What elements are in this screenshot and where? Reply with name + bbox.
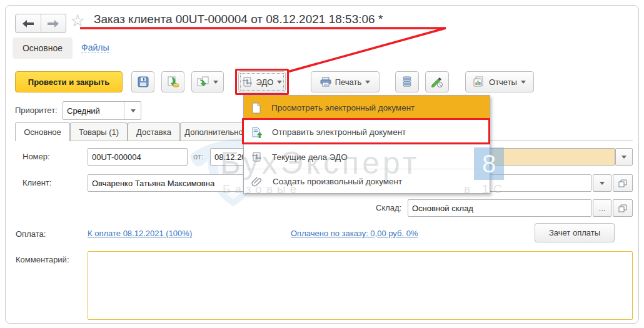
comment-textarea[interactable] — [88, 251, 633, 320]
form-tab-goods[interactable]: Товары (1) — [70, 122, 128, 141]
create-based-on-button[interactable] — [191, 71, 224, 92]
create-based-on-caret-icon — [213, 81, 218, 84]
menu-item-view-electronic-document[interactable]: Просмотреть электронный документ — [244, 96, 490, 120]
order-window: ☆ Заказ клиента 00UT-000004 от 08.12.202… — [0, 0, 644, 328]
form-tab-additional[interactable]: Дополнительно — [180, 122, 248, 141]
number-field[interactable]: 00UT-000004 — [88, 148, 188, 166]
history-nav-group — [15, 14, 66, 33]
edo-caret-icon — [277, 81, 282, 84]
warehouse-open-button[interactable] — [613, 199, 633, 217]
menu-item-label: Текущие дела ЭДО — [272, 152, 348, 162]
form-tab-delivery[interactable]: Доставка — [128, 122, 180, 141]
document-register-button[interactable] — [395, 71, 419, 92]
payment-offset-button[interactable]: Зачет оплаты — [535, 223, 615, 242]
priority-value: Средний — [67, 106, 100, 116]
payment-due-link[interactable]: К оплате 08.12.2021 (100%) — [88, 229, 192, 238]
menu-item-create-arbitrary-document[interactable]: Создать произвольный документ — [244, 169, 490, 193]
warehouse-label: Склад: — [376, 203, 401, 212]
save-button[interactable] — [131, 71, 154, 92]
back-arrow-icon — [23, 20, 34, 27]
status-caret-icon — [621, 156, 626, 159]
priority-caret-icon — [131, 109, 136, 112]
back-button[interactable] — [16, 14, 41, 32]
menu-item-send-electronic-document[interactable]: Отправить электронный документ — [244, 120, 490, 144]
print-button-label: Печать — [335, 77, 362, 87]
client-caret-icon — [600, 182, 605, 185]
client-value: Овчаренко Татьяна Максимовна — [92, 179, 214, 188]
save-icon — [138, 76, 149, 87]
edo-exchange-icon — [251, 152, 262, 162]
post-document-button[interactable] — [161, 71, 184, 92]
forward-button[interactable] — [41, 14, 66, 32]
tab-main[interactable]: Основное — [13, 37, 73, 59]
status-caret-button[interactable] — [615, 148, 633, 166]
register-list-icon — [402, 76, 412, 87]
warehouse-value: Основной склад — [412, 204, 473, 213]
form-tab-main[interactable]: Основное — [15, 122, 70, 141]
document-icon — [251, 102, 261, 114]
edo-button-label: ЭДО — [256, 77, 274, 87]
reports-button[interactable]: Отчеты — [465, 71, 534, 92]
date-label: от: — [193, 152, 204, 161]
payment-paid-link[interactable]: Оплачено по заказу: 0,00 руб. 0% — [291, 229, 418, 238]
menu-item-label: Просмотреть электронный документ — [271, 103, 415, 112]
reminder-button[interactable] — [425, 71, 449, 92]
open-window-icon — [618, 179, 627, 187]
post-and-close-button[interactable]: Провести и закрыть — [15, 71, 123, 92]
payment-label: Оплата: — [16, 229, 46, 239]
warehouse-more-button[interactable]: ... — [593, 199, 611, 217]
tab-files[interactable]: Файлы — [81, 42, 109, 53]
paperclip-icon — [251, 176, 263, 187]
edo-button[interactable]: ЭДО — [238, 71, 286, 92]
post-document-icon — [167, 76, 179, 88]
number-value: 00UT-000004 — [92, 152, 141, 162]
open-window-icon — [618, 204, 627, 212]
print-caret-icon — [365, 81, 370, 84]
client-label: Клиент: — [23, 178, 51, 187]
pencil-clock-icon — [431, 76, 443, 88]
page-title: Заказ клиента 00UT-000004 от 08.12.2021 … — [94, 12, 383, 26]
reports-caret-icon — [521, 81, 526, 84]
printer-icon — [320, 77, 331, 87]
priority-label: Приоритет: — [15, 106, 58, 115]
warehouse-field[interactable]: Основной склад — [408, 199, 591, 217]
forward-arrow-icon — [48, 20, 59, 27]
create-based-on-icon — [197, 76, 209, 87]
client-open-button[interactable] — [613, 174, 633, 192]
number-label: Номер: — [23, 152, 50, 161]
menu-item-label: Отправить электронный документ — [272, 127, 406, 137]
edo-icon — [242, 77, 253, 87]
edo-dropdown-menu: Просмотреть электронный документ Отправи… — [243, 95, 490, 194]
print-button[interactable]: Печать — [311, 71, 380, 92]
comment-label: Комментарий: — [16, 255, 69, 264]
priority-caret-button[interactable] — [124, 102, 141, 119]
send-document-icon — [251, 127, 262, 138]
reports-button-label: Отчеты — [489, 77, 517, 87]
menu-item-current-edo-tasks[interactable]: Текущие дела ЭДО — [244, 144, 490, 169]
reports-icon — [473, 76, 485, 87]
favorite-star-icon[interactable]: ☆ — [70, 12, 85, 29]
menu-item-label: Создать произвольный документ — [273, 177, 402, 186]
client-caret-button[interactable] — [593, 174, 611, 192]
